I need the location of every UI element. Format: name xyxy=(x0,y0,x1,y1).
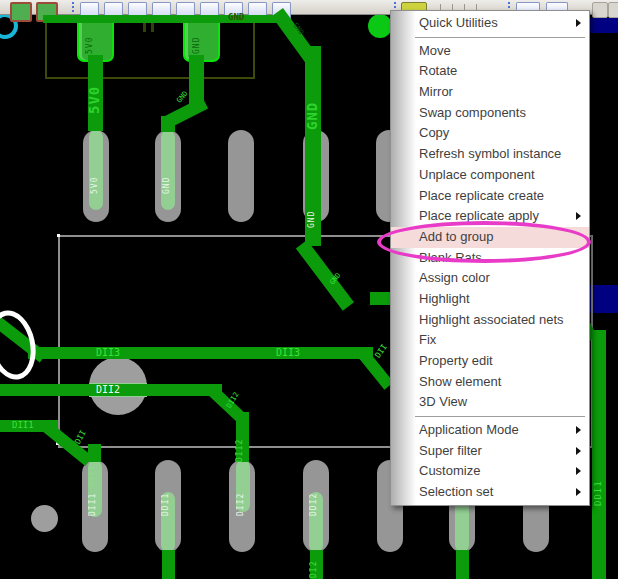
menu-separator xyxy=(415,416,585,417)
net-label-dii2-vert: DII2 xyxy=(236,438,244,462)
menu-item-label: Application Mode xyxy=(419,422,519,437)
menu-item-label: Show element xyxy=(419,374,501,389)
trace-gnd-right-end xyxy=(370,292,390,305)
pad-label-row2-2: DDI1 xyxy=(162,490,170,516)
pad-label-row2-4: DDI2 xyxy=(310,490,318,516)
toolbar-icon-15[interactable] xyxy=(592,2,608,18)
menu-item-unplace-component[interactable]: Unplace component xyxy=(391,165,589,186)
menu-item-label: Swap components xyxy=(419,105,526,120)
pad-label-row1-4: GND xyxy=(308,192,316,228)
menu-item-mirror[interactable]: Mirror xyxy=(391,82,589,103)
menu-item-label: 3D View xyxy=(419,394,467,409)
submenu-arrow-icon xyxy=(576,19,581,27)
menu-item-show-element[interactable]: Show element xyxy=(391,372,589,393)
net-label-ddi1-right: DDI1 xyxy=(594,452,603,506)
submenu-arrow-icon xyxy=(576,426,581,434)
menu-item-label: Super filter xyxy=(419,443,482,458)
net-label-dii3-right: DII3 xyxy=(276,348,300,358)
pad-row2-6-tint xyxy=(455,500,469,552)
menu-item-label: Fix xyxy=(419,332,436,347)
menu-item-customize[interactable]: Customize xyxy=(391,461,589,482)
net-label-dii3-left: DII3 xyxy=(96,348,120,358)
menu-item-label: Place replicate create xyxy=(419,188,544,203)
smd-label-5v0: 5V0 xyxy=(86,16,94,54)
menu-item-assign-color[interactable]: Assign color xyxy=(391,268,589,289)
toolbar-icon-1[interactable] xyxy=(10,2,32,22)
menu-separator xyxy=(415,37,585,38)
menu-item-rotate[interactable]: Rotate xyxy=(391,61,589,82)
menu-item-super-filter[interactable]: Super filter xyxy=(391,441,589,462)
menu-item-highlight[interactable]: Highlight xyxy=(391,289,589,310)
small-pad-circle xyxy=(31,505,58,532)
net-label-di2-bottom: DI2 xyxy=(310,556,318,578)
menu-item-label: Rotate xyxy=(419,63,457,78)
pad-label-row2-1: DII1 xyxy=(89,490,97,516)
menu-item-label: Highlight xyxy=(419,291,470,306)
menu-item-label: Refresh symbol instance xyxy=(419,146,561,161)
menu-item-selection-set[interactable]: Selection set xyxy=(391,482,589,503)
submenu-arrow-icon xyxy=(576,212,581,220)
menu-item-refresh-symbol-instance[interactable]: Refresh symbol instance xyxy=(391,144,589,165)
menu-item-move[interactable]: Move xyxy=(391,41,589,62)
selection-corner-dot xyxy=(57,234,60,237)
net-label-gnd-big: GND xyxy=(305,86,319,130)
toolbar-separator xyxy=(72,2,74,12)
pad-label-row1-2: GND xyxy=(163,158,171,194)
menu-item-label: Selection set xyxy=(419,484,493,499)
net-label-band-gnd: GND xyxy=(228,12,244,22)
menu-item-copy[interactable]: Copy xyxy=(391,123,589,144)
menu-item-label: Property edit xyxy=(419,353,493,368)
trace-row2-6-down xyxy=(456,550,469,579)
menu-item-place-replicate-create[interactable]: Place replicate create xyxy=(391,186,589,207)
green-pad-circle xyxy=(368,14,392,38)
menu-item-label: Quick Utilities xyxy=(419,15,498,30)
white-ellipse-annotation xyxy=(0,306,42,384)
submenu-arrow-icon xyxy=(576,488,581,496)
net-label-dii2-left: DII2 xyxy=(96,385,120,395)
menu-item-property-edit[interactable]: Property edit xyxy=(391,351,589,372)
menu-item-swap-components[interactable]: Swap components xyxy=(391,103,589,124)
pad-label-row2-3: DII2 xyxy=(237,490,245,516)
menu-item-label: Highlight associated nets xyxy=(419,312,564,327)
net-label-dii1-left: DII1 xyxy=(12,421,34,430)
net-rect-blue-top xyxy=(590,18,618,33)
trace-dii1-vert xyxy=(88,444,101,462)
net-label-5v0: 5V0 xyxy=(87,74,101,114)
trace-dii3 xyxy=(28,347,373,359)
submenu-arrow-icon xyxy=(576,447,581,455)
menu-item-label: Assign color xyxy=(419,270,490,285)
net-label-gnd-small: GND xyxy=(176,90,189,104)
pad-label-row1-1: 5V0 xyxy=(91,158,99,194)
menu-item-label: Copy xyxy=(419,125,449,140)
menu-item-3d-view[interactable]: 3D View xyxy=(391,392,589,413)
menu-item-label: Customize xyxy=(419,463,480,478)
pad-row1-3 xyxy=(228,130,254,222)
smd-label-gnd: GND xyxy=(193,16,201,54)
toolbar-icon-16[interactable] xyxy=(608,2,618,18)
menu-item-label: Mirror xyxy=(419,84,453,99)
submenu-arrow-icon xyxy=(576,467,581,475)
menu-item-label: Move xyxy=(419,43,451,58)
trace-gnd-left-stub xyxy=(161,116,175,132)
menu-item-quick-utilities[interactable]: Quick Utilities xyxy=(391,13,589,34)
menu-item-application-mode[interactable]: Application Mode xyxy=(391,420,589,441)
menu-item-highlight-associated-nets[interactable]: Highlight associated nets xyxy=(391,310,589,331)
magenta-ellipse-annotation xyxy=(377,221,591,263)
net-label-dii1-on-trace: DII1 xyxy=(89,466,96,486)
menu-item-fix[interactable]: Fix xyxy=(391,330,589,351)
trace-ddi1-down xyxy=(162,550,175,579)
menu-item-label: Unplace component xyxy=(419,167,535,182)
net-rect-blue-mid xyxy=(590,285,618,313)
trace-gnd-band xyxy=(43,15,283,23)
